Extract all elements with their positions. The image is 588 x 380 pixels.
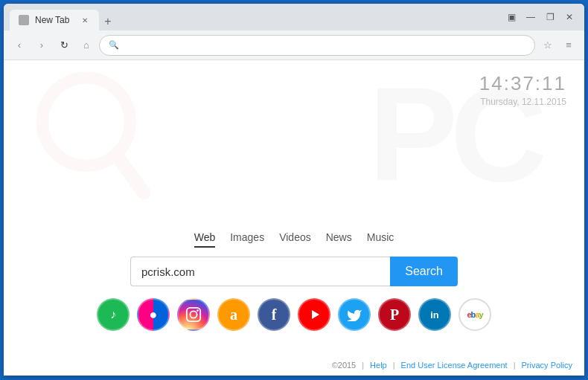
search-box-row: Search — [130, 257, 458, 286]
clock-date: Thursday, 12.11.2015 — [479, 97, 566, 107]
svg-line-1 — [117, 155, 144, 193]
tab-news[interactable]: News — [326, 231, 352, 248]
magnifier-watermark — [19, 68, 167, 219]
footer-sep-2: | — [393, 361, 395, 370]
help-link[interactable]: Help — [370, 361, 387, 370]
tab-favicon — [19, 15, 29, 25]
refresh-button[interactable]: ↻ — [54, 36, 74, 55]
tab-close-button[interactable]: ✕ — [80, 15, 90, 25]
footer-sep-3: | — [514, 361, 516, 370]
tab-videos[interactable]: Videos — [279, 231, 311, 248]
toolbar-actions: ☆ ≡ — [538, 36, 578, 55]
window-icon: ▣ — [502, 10, 520, 25]
menu-button[interactable]: ≡ — [559, 36, 578, 55]
copyright: ©2015 — [332, 361, 357, 370]
ebay-icon[interactable]: ebay — [458, 298, 491, 331]
address-input[interactable] — [124, 40, 525, 51]
bookmark-button[interactable]: ☆ — [538, 36, 557, 55]
clock-area: 14:37:11 Thursday, 12.11.2015 — [479, 72, 566, 107]
address-bar[interactable]: 🔍 — [99, 35, 535, 56]
svg-point-4 — [196, 309, 199, 312]
home-button[interactable]: ⌂ — [77, 36, 96, 55]
forward-button[interactable]: › — [32, 36, 51, 55]
spotify-icon[interactable]: ♪ — [97, 298, 130, 331]
tab-area: New Tab ✕ + — [10, 4, 493, 30]
search-input[interactable] — [130, 257, 390, 286]
flickr-icon[interactable]: ● — [137, 298, 170, 331]
window-controls: ▣ — ❐ ✕ — [502, 10, 578, 25]
toolbar: ‹ › ↻ ⌂ 🔍 ☆ ≡ — [4, 30, 584, 60]
page-footer: ©2015 | Help | End User License Agreemen… — [332, 361, 572, 370]
tab-images[interactable]: Images — [230, 231, 264, 248]
svg-point-3 — [190, 311, 196, 318]
tab-music[interactable]: Music — [367, 231, 394, 248]
clock-time: 14:37:11 — [479, 72, 566, 95]
page-content: PC 14:37:11 Thursday, 12.11.2015 Web Ima… — [4, 60, 584, 376]
title-bar: New Tab ✕ + ▣ — ❐ ✕ — [4, 4, 584, 30]
amazon-icon[interactable]: a — [217, 298, 250, 331]
svg-marker-5 — [312, 310, 319, 319]
search-button[interactable]: Search — [390, 257, 458, 286]
facebook-icon[interactable]: f — [258, 298, 290, 331]
privacy-link[interactable]: Privacy Policy — [522, 361, 572, 370]
tab-web[interactable]: Web — [194, 231, 216, 248]
search-section: Web Images Videos News Music Search ♪ ● — [97, 231, 491, 331]
close-window-button[interactable]: ✕ — [560, 10, 578, 25]
youtube-icon[interactable] — [298, 298, 330, 331]
svg-point-0 — [42, 78, 130, 166]
back-button[interactable]: ‹ — [10, 36, 29, 55]
linkedin-icon[interactable]: in — [418, 298, 451, 331]
social-icons: ♪ ● a f — [97, 298, 491, 331]
instagram-icon[interactable] — [177, 298, 210, 331]
pinterest-icon[interactable]: P — [378, 298, 411, 331]
active-tab[interactable]: New Tab ✕ — [10, 10, 99, 30]
new-tab-button[interactable]: + — [99, 13, 117, 30]
eula-link[interactable]: End User License Agreement — [401, 361, 508, 370]
restore-button[interactable]: ❐ — [541, 10, 559, 25]
address-search-icon: 🔍 — [109, 40, 119, 50]
tab-title: New Tab — [35, 15, 69, 25]
twitter-icon[interactable] — [338, 298, 371, 331]
footer-sep-1: | — [362, 361, 364, 370]
minimize-button[interactable]: — — [522, 10, 540, 25]
search-tabs: Web Images Videos News Music — [194, 231, 394, 248]
